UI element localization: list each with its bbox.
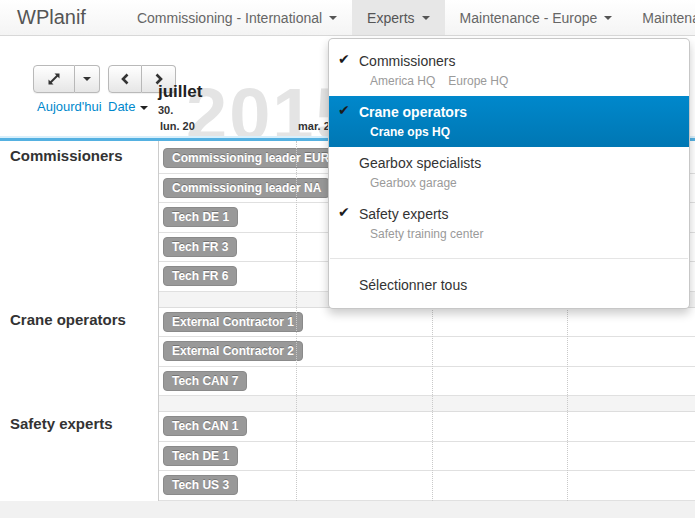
check-icon: ✔ xyxy=(338,204,350,220)
menu-sublabel-row: America HQEurope HQ xyxy=(359,74,674,88)
resource-chip-tech-fr-6[interactable]: Tech FR 6 xyxy=(163,266,237,286)
menu-divider xyxy=(330,258,688,259)
menu-sublabel-crane-ops-hq: Crane ops HQ xyxy=(370,125,450,139)
resource-chip-tech-can-1[interactable]: Tech CAN 1 xyxy=(163,416,247,436)
nav-item-label: Commissioning - International xyxy=(137,10,322,26)
experts-dropdown-menu: ✔CommissionersAmerica HQEurope HQ✔Crane … xyxy=(328,38,690,309)
caret-down-icon xyxy=(140,106,148,110)
resource-chip-tech-us-3[interactable]: Tech US 3 xyxy=(163,475,238,495)
week-number: 30. xyxy=(158,104,173,116)
caret-down-icon xyxy=(422,16,430,20)
day-header: lun. 20 xyxy=(160,120,195,132)
menu-sublabel-america-hq: America HQ xyxy=(370,74,435,88)
menu-sublabel-europe-hq: Europe HQ xyxy=(448,74,508,88)
resource-row: Tech CAN 7 xyxy=(159,367,695,397)
nav-item-maintenance[interactable]: Maintenance - xyxy=(627,0,695,35)
group-label-crane-operators: Crane operators xyxy=(10,311,126,328)
group-label-commissioners: Commissioners xyxy=(10,147,123,164)
resource-chip-external-contractor-1[interactable]: External Contractor 1 xyxy=(163,312,303,332)
select-all-menu-item[interactable]: Sélectionner tous xyxy=(329,268,689,302)
app-root: WPlanif Commissioning - InternationalExp… xyxy=(0,0,695,518)
resource-chip-external-contractor-2[interactable]: External Contractor 2 xyxy=(163,341,303,361)
menu-sublabel-row: Safety training center xyxy=(359,227,674,241)
nav-item-maintenance-europe[interactable]: Maintenance - Europe xyxy=(445,0,628,35)
date-link-label: Date xyxy=(108,99,135,114)
menu-sublabel-row: Gearbox garage xyxy=(359,176,674,190)
nav-item-label: Maintenance - Europe xyxy=(460,10,598,26)
diagonal-resize-icon xyxy=(47,72,61,86)
caret-down-icon xyxy=(604,16,612,20)
resource-chip-commissioning-leader-eur[interactable]: Commissioning leader EUR xyxy=(163,148,338,168)
month-label: juillet xyxy=(158,82,202,102)
resource-row: Tech CAN 1 xyxy=(159,412,695,442)
prev-button[interactable] xyxy=(108,65,142,93)
resource-row: External Contractor 1 xyxy=(159,308,695,338)
resource-row: Tech US 3 xyxy=(159,471,695,501)
zoom-button-group xyxy=(33,65,100,93)
nav-item-commissioning-international[interactable]: Commissioning - International xyxy=(122,0,352,35)
resource-chip-tech-fr-3[interactable]: Tech FR 3 xyxy=(163,237,237,257)
resource-row: Tech DE 1 xyxy=(159,442,695,472)
nav-item-experts[interactable]: Experts xyxy=(352,0,444,35)
grid-column-line xyxy=(296,141,297,501)
menu-item-commissioners[interactable]: ✔CommissionersAmerica HQEurope HQ xyxy=(329,45,689,96)
menu-item-gearbox-specialists[interactable]: Gearbox specialistsGearbox garage xyxy=(329,147,689,198)
menu-sublabel-safety-training-center: Safety training center xyxy=(370,227,483,241)
menu-item-label: Safety experts xyxy=(359,205,674,224)
resource-row: External Contractor 2 xyxy=(159,337,695,367)
resource-chip-tech-de-1[interactable]: Tech DE 1 xyxy=(163,446,238,466)
caret-down-icon xyxy=(83,77,91,81)
menu-sublabel-row: Crane ops HQ xyxy=(359,125,674,139)
resource-chip-commissioning-leader-na[interactable]: Commissioning leader NA xyxy=(163,178,330,198)
resource-chip-tech-can-7[interactable]: Tech CAN 7 xyxy=(163,371,247,391)
bottom-filler xyxy=(0,501,695,518)
navbar: WPlanif Commissioning - InternationalExp… xyxy=(0,0,695,36)
date-link[interactable]: Date xyxy=(108,99,148,114)
menu-item-label: Crane operators xyxy=(359,103,674,122)
zoom-options-button[interactable] xyxy=(75,65,100,93)
check-icon: ✔ xyxy=(338,51,350,67)
menu-item-label: Gearbox specialists xyxy=(359,154,674,173)
zoom-range-button[interactable] xyxy=(33,65,75,93)
today-link-label: Aujourd'hui xyxy=(37,99,102,114)
check-icon: ✔ xyxy=(338,102,350,118)
menu-item-crane-operators[interactable]: ✔Crane operatorsCrane ops HQ xyxy=(329,96,689,147)
group-gap-band xyxy=(159,396,695,412)
app-brand[interactable]: WPlanif xyxy=(0,0,106,35)
resource-chip-tech-de-1[interactable]: Tech DE 1 xyxy=(163,207,238,227)
caret-down-icon xyxy=(329,16,337,20)
today-link[interactable]: Aujourd'hui xyxy=(37,99,102,114)
menu-item-label: Commissioners xyxy=(359,52,674,71)
chevron-left-icon xyxy=(119,73,131,85)
grid-left-border xyxy=(158,141,159,501)
menu-sublabel-gearbox-garage: Gearbox garage xyxy=(370,176,457,190)
nav-item-label: Maintenance - xyxy=(642,10,695,26)
nav-menu: Commissioning - InternationalExpertsMain… xyxy=(122,0,695,35)
nav-item-label: Experts xyxy=(367,10,414,26)
menu-item-safety-experts[interactable]: ✔Safety expertsSafety training center xyxy=(329,198,689,249)
group-label-safety-experts: Safety experts xyxy=(10,415,113,432)
